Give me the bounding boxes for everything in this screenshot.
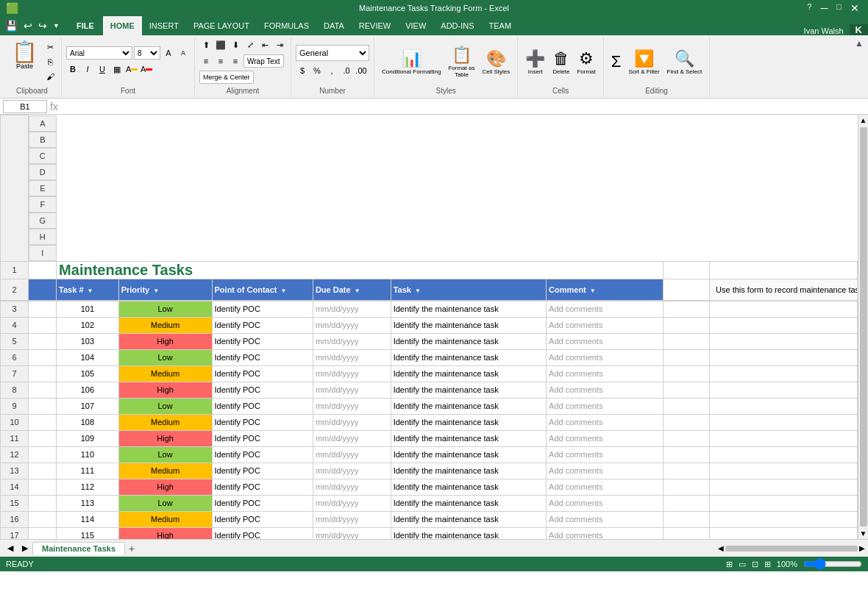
cell-h5[interactable] [663, 333, 709, 349]
scroll-sheets-right[interactable]: ▶ [18, 543, 32, 553]
tab-home[interactable]: HOME [103, 16, 142, 35]
cell-d17[interactable]: Identify POC [212, 527, 313, 539]
cell-h15[interactable] [663, 495, 709, 511]
cell-h11[interactable] [663, 430, 709, 446]
currency-btn[interactable]: $ [296, 64, 309, 77]
cell-b15[interactable]: 113 [57, 495, 119, 511]
cell-e8[interactable]: mm/dd/yyyy [313, 382, 391, 398]
increase-font-btn[interactable]: A [162, 46, 175, 60]
cell-b17[interactable]: 115 [57, 527, 119, 539]
cut-button[interactable]: ✂ [43, 40, 57, 54]
add-sheet-btn[interactable]: + [125, 542, 138, 555]
cell-b12[interactable]: 110 [57, 446, 119, 463]
cell-f5[interactable]: Identify the maintenance task [391, 333, 546, 349]
cell-a9[interactable] [29, 398, 57, 414]
window-controls[interactable]: ? ─ □ ✕ [804, 2, 862, 14]
decimal-decrease-btn[interactable]: .00 [355, 64, 368, 77]
autosum-btn[interactable]: Σ [608, 51, 625, 73]
delete-cells-btn[interactable]: 🗑 Delete [549, 48, 572, 76]
user-profile[interactable]: Ivan Walsh [798, 26, 850, 35]
cell-b16[interactable]: 114 [57, 511, 119, 527]
cell-a4[interactable] [29, 317, 57, 333]
redo-icon[interactable]: ↪ [36, 20, 49, 32]
cell-e15[interactable]: mm/dd/yyyy [313, 495, 391, 511]
format-painter-button[interactable]: 🖌 [43, 70, 57, 83]
cell-h14[interactable] [663, 479, 709, 495]
cell-b9[interactable]: 107 [57, 398, 119, 414]
sort-filter-btn[interactable]: 🔽 Sort & Filter [625, 48, 662, 76]
col-header-h[interactable]: H [29, 229, 57, 245]
tab-insert[interactable]: INSERT [142, 16, 186, 35]
cell-e5[interactable]: mm/dd/yyyy [313, 333, 391, 349]
cell-h12[interactable] [663, 446, 709, 463]
cell-f13[interactable]: Identify the maintenance task [391, 463, 546, 479]
indent-decrease-btn[interactable]: ⇤ [258, 38, 271, 51]
cell-d16[interactable]: Identify POC [212, 511, 313, 527]
cell-c13[interactable]: Medium [118, 463, 212, 479]
view-layout-icon[interactable]: ⊡ [752, 560, 758, 569]
cell-e14[interactable]: mm/dd/yyyy [313, 479, 391, 495]
cell-c8[interactable]: High [118, 382, 212, 398]
underline-button[interactable]: U [96, 63, 109, 76]
view-normal-icon[interactable]: ▭ [739, 560, 746, 569]
task-dropdown[interactable]: ▼ [415, 288, 421, 294]
cell-a5[interactable] [29, 333, 57, 349]
close-btn[interactable]: ✕ [847, 2, 862, 14]
tab-data[interactable]: DATA [316, 16, 352, 35]
cell-g7[interactable]: Add comments [547, 365, 664, 382]
cell-c15[interactable]: Low [118, 495, 212, 511]
top-align-btn[interactable]: ⬆ [199, 38, 213, 51]
cell-i7[interactable] [710, 365, 858, 382]
format-cells-btn[interactable]: ⚙ Format [574, 48, 598, 76]
cell-i10[interactable] [710, 414, 858, 430]
cell-d14[interactable]: Identify POC [212, 479, 313, 495]
paste-button[interactable]: 📋 Paste [7, 40, 42, 83]
comma-btn[interactable]: , [325, 64, 338, 77]
cell-a16[interactable] [29, 511, 57, 527]
cell-e7[interactable]: mm/dd/yyyy [313, 365, 391, 382]
cell-e11[interactable]: mm/dd/yyyy [313, 430, 391, 446]
file-tab[interactable]: FILE [68, 16, 103, 35]
cell-a1[interactable] [29, 261, 57, 279]
maximize-btn[interactable]: □ [833, 2, 844, 14]
cell-g6[interactable]: Add comments [547, 349, 664, 365]
cell-styles-btn[interactable]: 🎨 Cell Styles [480, 48, 513, 76]
tab-add-ins[interactable]: ADD-INS [433, 16, 481, 35]
cell-i3[interactable] [710, 301, 858, 317]
cell-e12[interactable]: mm/dd/yyyy [313, 446, 391, 463]
cell-a2[interactable] [29, 279, 57, 300]
cell-b13[interactable]: 111 [57, 463, 119, 479]
decimal-increase-btn[interactable]: .0 [340, 64, 353, 77]
cell-c4[interactable]: Medium [118, 317, 212, 333]
cell-h7[interactable] [663, 365, 709, 382]
cell-i11[interactable] [710, 430, 858, 446]
middle-align-btn[interactable]: ⬛ [214, 38, 227, 51]
cell-d15[interactable]: Identify POC [212, 495, 313, 511]
bold-button[interactable]: B [66, 63, 79, 76]
bottom-align-btn[interactable]: ⬇ [229, 38, 242, 51]
cell-a8[interactable] [29, 382, 57, 398]
cell-h16[interactable] [663, 511, 709, 527]
cell-h13[interactable] [663, 463, 709, 479]
cell-f17[interactable]: Identify the maintenance task [391, 527, 546, 539]
task-num-dropdown[interactable]: ▼ [88, 288, 93, 294]
cell-b5[interactable]: 103 [57, 333, 119, 349]
cell-d3[interactable]: Identify POC [212, 301, 313, 317]
italic-button[interactable]: I [81, 63, 94, 76]
cell-h17[interactable] [663, 527, 709, 539]
help-btn[interactable]: ? [804, 2, 814, 14]
cell-g5[interactable]: Add comments [547, 333, 664, 349]
scroll-left-btn[interactable]: ◀ [718, 544, 724, 552]
cell-g12[interactable]: Add comments [547, 446, 664, 463]
cell-b2[interactable]: Task # ▼ [57, 279, 119, 300]
sheet-tab-maintenance[interactable]: Maintenance Tasks [32, 542, 125, 554]
cell-c17[interactable]: High [118, 527, 212, 539]
undo-icon[interactable]: ↩ [21, 20, 35, 32]
minimize-btn[interactable]: ─ [817, 2, 830, 14]
cell-f9[interactable]: Identify the maintenance task [391, 398, 546, 414]
insert-cells-btn[interactable]: ➕ Insert [522, 48, 548, 76]
cell-d2[interactable]: Point of Contact ▼ [212, 279, 313, 300]
cell-d4[interactable]: Identify POC [212, 317, 313, 333]
cell-g8[interactable]: Add comments [547, 382, 664, 398]
cell-c14[interactable]: High [118, 479, 212, 495]
